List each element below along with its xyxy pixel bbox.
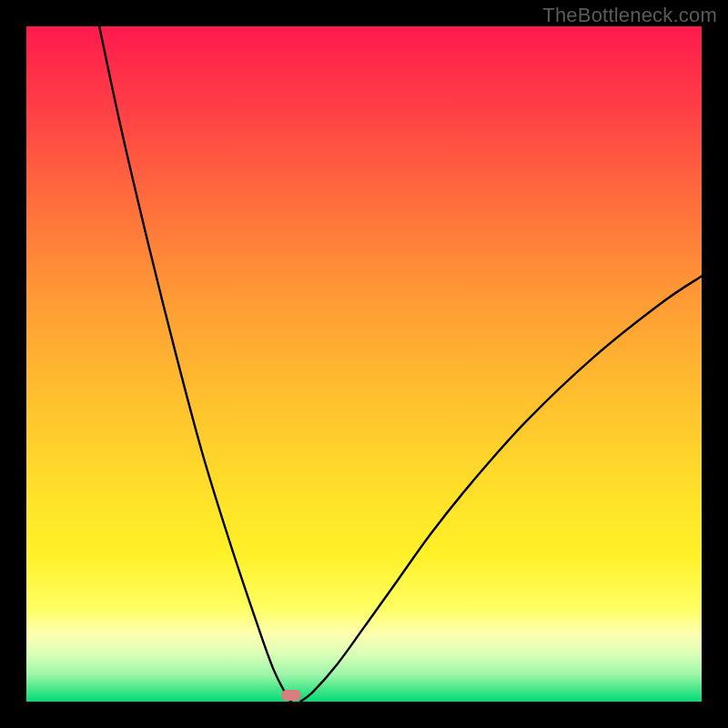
optimum-marker bbox=[281, 690, 301, 701]
bottleneck-curve bbox=[26, 26, 702, 702]
plot-area bbox=[26, 26, 702, 702]
watermark-text: TheBottleneck.com bbox=[542, 4, 717, 27]
